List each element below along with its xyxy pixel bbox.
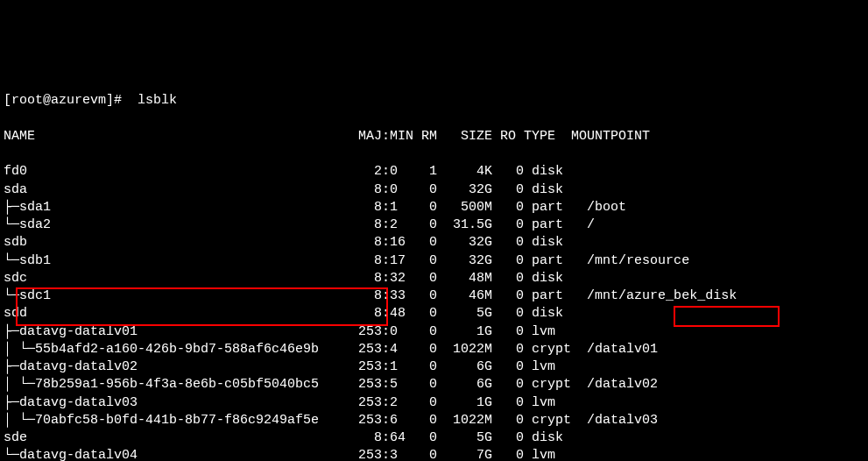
header-line: NAME MAJ:MIN RM SIZE RO TYPE MOUNTPOINT (4, 128, 864, 145)
lsblk-row: sde 8:64 0 5G 0 disk (4, 429, 864, 447)
command-text: lsblk (122, 93, 177, 108)
lsblk-row: ├─datavg-datalv01 253:0 0 1G 0 lvm (4, 323, 864, 341)
lsblk-row: sdb 8:16 0 32G 0 disk (4, 234, 864, 252)
lsblk-rows: fd0 2:0 1 4K 0 disk sda 8:0 0 32G 0 disk… (4, 163, 864, 461)
lsblk-row: └─sdc1 8:33 0 46M 0 part /mnt/azure_bek_… (4, 287, 864, 305)
lsblk-row: sda 8:0 0 32G 0 disk (4, 181, 864, 199)
terminal-output: [root@azurevm]# lsblk NAME MAJ:MIN RM SI… (4, 74, 864, 461)
lsblk-row: sdd 8:48 0 5G 0 disk (4, 305, 864, 323)
lsblk-row: sdc 8:32 0 48M 0 disk (4, 270, 864, 287)
lsblk-row: ├─sda1 8:1 0 500M 0 part /boot (4, 199, 864, 216)
lsblk-row: │ └─78b259a1-956b-4f3a-8e6b-c05bf5040bc5… (4, 376, 864, 394)
prompt-user-host: [root@azurevm]# (4, 93, 122, 108)
lsblk-row: └─sdb1 8:17 0 32G 0 part /mnt/resource (4, 252, 864, 270)
lsblk-row: ├─datavg-datalv03 253:2 0 1G 0 lvm (4, 394, 864, 412)
lsblk-row: └─sda2 8:2 0 31.5G 0 part / (4, 216, 864, 234)
lsblk-row: ├─datavg-datalv02 253:1 0 6G 0 lvm (4, 358, 864, 376)
lsblk-row: │ └─55b4afd2-a160-426b-9bd7-588af6c46e9b… (4, 341, 864, 358)
lsblk-row: fd0 2:0 1 4K 0 disk (4, 163, 864, 181)
lsblk-row: │ └─70abfc58-b0fd-441b-8b77-f86c9249af5e… (4, 412, 864, 429)
prompt-line: [root@azurevm]# lsblk (4, 92, 864, 110)
lsblk-row: └─datavg-datalv04 253:3 0 7G 0 lvm (4, 447, 864, 461)
